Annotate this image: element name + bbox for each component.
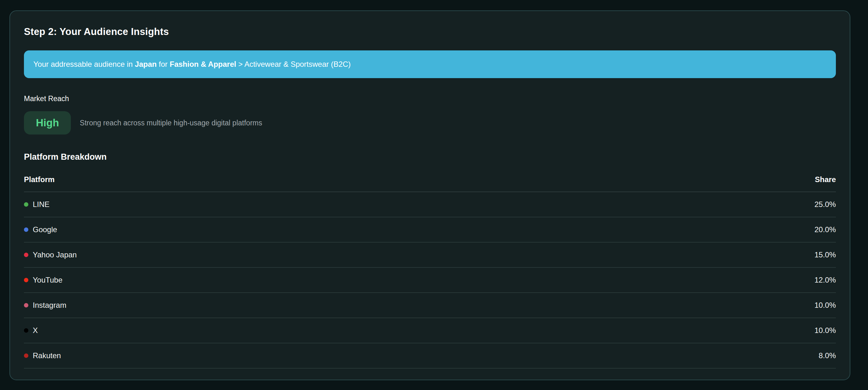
platform-share: 15.0% xyxy=(814,250,836,259)
platform-dot-icon xyxy=(24,228,28,232)
platform-breakdown-heading: Platform Breakdown xyxy=(24,152,836,162)
platform-share: 10.0% xyxy=(814,326,836,335)
platform-cell: Yahoo Japan xyxy=(24,250,77,259)
market-reach-badge: High xyxy=(24,111,71,134)
platform-dot-icon xyxy=(24,303,28,307)
platform-dot-icon xyxy=(24,354,28,358)
platform-table-header: Platform Share xyxy=(24,175,836,192)
banner-for: for xyxy=(159,60,167,68)
banner-country: Japan xyxy=(135,60,157,68)
platform-share: 10.0% xyxy=(814,301,836,310)
platform-share: 25.0% xyxy=(814,200,836,209)
table-row: Instagram 10.0% xyxy=(24,293,836,318)
page-title: Step 2: Your Audience Insights xyxy=(24,26,836,37)
audience-banner: Your addressable audience in Japan for F… xyxy=(24,51,836,78)
platform-name: LINE xyxy=(33,200,50,209)
platform-name: X xyxy=(33,326,38,335)
platform-cell: X xyxy=(24,326,38,335)
banner-industry: Fashion & Apparel xyxy=(170,60,236,68)
platform-table-body: LINE 25.0% Google 20.0% Yahoo Japan 15.0… xyxy=(24,192,836,368)
table-row: YouTube 12.0% xyxy=(24,268,836,293)
platform-cell: Instagram xyxy=(24,301,66,310)
table-row: Google 20.0% xyxy=(24,217,836,243)
platform-cell: YouTube xyxy=(24,276,62,284)
market-reach-row: High Strong reach across multiple high-u… xyxy=(24,111,836,134)
platform-table: Platform Share LINE 25.0% Google 20.0% Y… xyxy=(24,175,836,368)
platform-name: YouTube xyxy=(33,276,62,284)
table-row: LINE 25.0% xyxy=(24,192,836,217)
platform-dot-icon xyxy=(24,278,28,282)
platform-name: Rakuten xyxy=(33,351,61,360)
platform-name: Google xyxy=(33,225,57,234)
platform-share: 20.0% xyxy=(814,225,836,234)
platform-dot-icon xyxy=(24,253,28,257)
platform-dot-icon xyxy=(24,328,28,333)
column-header-share: Share xyxy=(815,175,836,184)
platform-share: 8.0% xyxy=(818,351,836,360)
audience-insights-card: Step 2: Your Audience Insights Your addr… xyxy=(9,10,850,380)
market-reach-description: Strong reach across multiple high-usage … xyxy=(80,119,262,127)
market-reach-label: Market Reach xyxy=(24,94,836,103)
column-header-platform: Platform xyxy=(24,175,55,184)
platform-dot-icon xyxy=(24,202,28,207)
platform-cell: Google xyxy=(24,225,57,234)
table-row: X 10.0% xyxy=(24,318,836,343)
banner-prefix: Your addressable audience in xyxy=(33,60,133,68)
banner-text: Your addressable audience in Japan for F… xyxy=(33,60,350,69)
platform-cell: Rakuten xyxy=(24,351,61,360)
platform-name: Instagram xyxy=(33,301,66,310)
platform-name: Yahoo Japan xyxy=(33,250,77,259)
platform-share: 12.0% xyxy=(814,276,836,284)
banner-subcategory: > Activewear & Sportswear (B2C) xyxy=(239,60,351,68)
table-row: Rakuten 8.0% xyxy=(24,343,836,368)
platform-cell: LINE xyxy=(24,200,50,209)
table-row: Yahoo Japan 15.0% xyxy=(24,243,836,268)
